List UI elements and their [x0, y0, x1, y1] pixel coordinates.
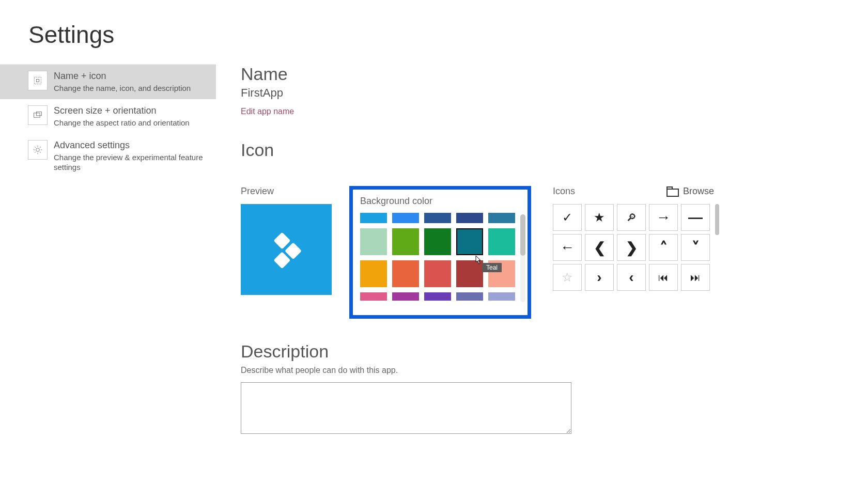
- minus-icon-option[interactable]: —: [681, 204, 710, 231]
- color-swatch[interactable]: [488, 292, 515, 301]
- sidebar-item-title: Name + icon: [54, 71, 191, 82]
- search-icon: 🔍︎: [626, 212, 637, 224]
- color-swatch[interactable]: [488, 260, 515, 287]
- gear-icon: [28, 140, 48, 160]
- svg-rect-2: [34, 113, 40, 117]
- app-name-value: FirstApp: [241, 86, 868, 100]
- skip-prev-icon-option[interactable]: ⏮: [649, 264, 678, 291]
- sidebar: Name + iconChange the name, icon, and de…: [0, 64, 216, 457]
- color-swatch[interactable]: [360, 260, 387, 287]
- bgcolor-label: Background color: [360, 196, 517, 207]
- arrow-left-icon-option[interactable]: ←: [553, 234, 582, 261]
- color-swatch[interactable]: [424, 292, 451, 301]
- svg-point-4: [36, 148, 40, 152]
- icon-heading: Icon: [241, 140, 868, 160]
- browse-button[interactable]: Browse: [667, 186, 714, 197]
- star-outline-icon: ☆: [562, 270, 573, 285]
- preview-column: Preview: [241, 186, 349, 295]
- svg-rect-5: [273, 232, 290, 249]
- color-swatch[interactable]: [456, 260, 483, 287]
- color-swatch[interactable]: [488, 213, 515, 223]
- sidebar-item-gear[interactable]: Advanced settingsChange the preview & ex…: [0, 134, 216, 179]
- star-filled-icon: ★: [594, 210, 605, 225]
- color-swatch[interactable]: [392, 260, 419, 287]
- svg-rect-1: [37, 80, 39, 82]
- preview-tile: [241, 204, 332, 295]
- sidebar-item-desc: Change the preview & experimental featur…: [54, 152, 208, 173]
- angle-right-icon: ›: [597, 269, 601, 286]
- color-swatch[interactable]: [456, 228, 483, 255]
- skip-next-icon-option[interactable]: ⏭: [681, 264, 710, 291]
- color-swatch[interactable]: [424, 213, 451, 223]
- svg-rect-9: [667, 187, 672, 189]
- skip-prev-icon: ⏮: [658, 272, 669, 284]
- angle-right-icon-option[interactable]: ›: [585, 264, 614, 291]
- edit-app-name-link[interactable]: Edit app name: [241, 107, 294, 116]
- svg-rect-3: [37, 112, 42, 116]
- search-icon-option[interactable]: 🔍︎: [617, 204, 646, 231]
- color-swatch[interactable]: [360, 292, 387, 301]
- chevron-up-bold-icon-option[interactable]: ˄: [649, 234, 678, 261]
- sidebar-item-title: Advanced settings: [54, 140, 208, 151]
- page-title: Settings: [0, 0, 868, 64]
- swatch-scrollbar[interactable]: [520, 214, 525, 302]
- name-icon: [28, 71, 48, 90]
- angle-left-icon-option[interactable]: ‹: [617, 264, 646, 291]
- icons-label: Icons: [553, 186, 575, 197]
- icons-grid: ✓★🔍︎→—←❮❯˄˅☆›‹⏮⏭: [553, 204, 711, 291]
- color-swatch[interactable]: [360, 213, 387, 223]
- sidebar-item-title: Screen size + orientation: [54, 105, 190, 117]
- chevron-down-bold-icon: ˅: [692, 239, 700, 257]
- preview-label: Preview: [241, 186, 349, 197]
- preview-app-icon: [263, 226, 309, 273]
- minus-icon: —: [688, 209, 703, 226]
- browse-label: Browse: [683, 186, 714, 197]
- description-section: Description Describe what people can do …: [241, 341, 868, 436]
- name-section: Name FirstApp Edit app name: [241, 64, 868, 116]
- description-hint: Describe what people can do with this ap…: [241, 366, 868, 375]
- description-heading: Description: [241, 341, 868, 362]
- check-icon-option[interactable]: ✓: [553, 204, 582, 231]
- svg-rect-8: [667, 189, 678, 196]
- color-swatch[interactable]: [424, 260, 451, 287]
- check-icon: ✓: [562, 210, 572, 225]
- main-content: Name FirstApp Edit app name Icon Preview: [216, 64, 868, 457]
- sidebar-item-desc: Change the name, icon, and description: [54, 83, 191, 93]
- bgcolor-highlight-box: Background color Teal: [349, 186, 531, 319]
- chevron-left-bold-icon-option[interactable]: ❮: [585, 234, 614, 261]
- chevron-right-bold-icon-option[interactable]: ❯: [617, 234, 646, 261]
- color-swatch[interactable]: [360, 228, 387, 255]
- screen-icon: [28, 105, 48, 125]
- icons-column: Icons Browse ✓★🔍︎→—←❮❯˄˅☆›‹⏮⏭: [553, 186, 714, 291]
- folder-icon: [667, 186, 679, 197]
- color-swatch[interactable]: [456, 292, 483, 301]
- chevron-right-bold-icon: ❯: [626, 239, 638, 256]
- svg-rect-0: [34, 77, 41, 84]
- sidebar-item-name[interactable]: Name + iconChange the name, icon, and de…: [0, 65, 216, 99]
- arrow-left-icon: ←: [560, 239, 575, 256]
- bgcolor-column: Background color Teal: [349, 186, 531, 319]
- sidebar-item-screen[interactable]: Screen size + orientationChange the aspe…: [0, 99, 216, 134]
- star-filled-icon-option[interactable]: ★: [585, 204, 614, 231]
- color-swatch[interactable]: [392, 292, 419, 301]
- icons-scrollbar-thumb[interactable]: [715, 204, 719, 235]
- swatch-scrollbar-thumb[interactable]: [520, 214, 525, 256]
- color-swatch[interactable]: [392, 228, 419, 255]
- color-swatch[interactable]: [424, 228, 451, 255]
- name-heading: Name: [241, 64, 868, 84]
- description-textarea[interactable]: [241, 382, 571, 434]
- skip-next-icon: ⏭: [690, 272, 701, 284]
- arrow-right-icon: →: [656, 209, 671, 226]
- angle-left-icon: ‹: [629, 269, 633, 286]
- star-outline-icon-option[interactable]: ☆: [553, 264, 582, 291]
- color-swatch[interactable]: [456, 213, 483, 223]
- color-swatch[interactable]: [392, 213, 419, 223]
- arrow-right-icon-option[interactable]: →: [649, 204, 678, 231]
- chevron-down-bold-icon-option[interactable]: ˅: [681, 234, 710, 261]
- chevron-left-bold-icon: ❮: [594, 239, 606, 256]
- swatch-grid: [360, 213, 519, 306]
- sidebar-item-desc: Change the aspect ratio and orientation: [54, 118, 190, 128]
- chevron-up-bold-icon: ˄: [660, 239, 668, 257]
- color-swatch[interactable]: [488, 228, 515, 255]
